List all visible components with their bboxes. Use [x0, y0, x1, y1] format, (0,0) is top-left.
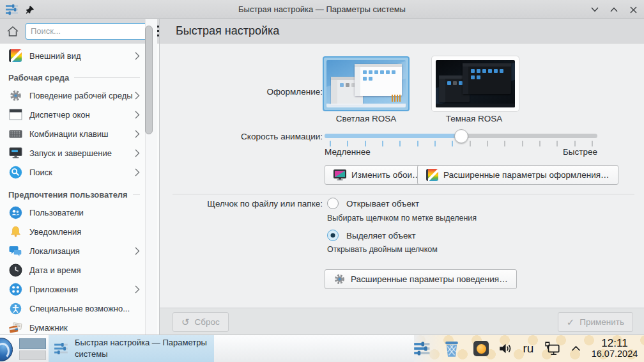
sidebar-item-date-time[interactable]: Дата и время — [0, 260, 159, 279]
content-header: Быстрая настройка — [160, 19, 644, 43]
sidebar-item-users[interactable]: Пользователи — [0, 203, 159, 222]
theme-name-light: Светлая ROSA — [321, 114, 411, 123]
app-sliders-icon — [5, 4, 19, 15]
sidebar-item-label: Диспетчер окон — [29, 110, 90, 120]
appearance-icon — [8, 49, 22, 63]
apply-button[interactable]: ✓ Применить — [558, 312, 633, 332]
clock-date: 16.07.2024 — [592, 349, 638, 359]
sidebar-item-notifications[interactable]: Уведомления — [0, 222, 159, 241]
theme-preview-light — [326, 60, 406, 107]
sidebar-item-label: Бумажник — [29, 323, 68, 333]
accessibility-icon — [8, 301, 22, 315]
theme-card[interactable] — [323, 56, 410, 111]
sidebar-item-workspace-behavior[interactable]: Поведение рабочей среды — [0, 86, 159, 105]
animation-slider[interactable] — [325, 134, 597, 138]
sidebar-item-localization[interactable]: Локализация — [0, 241, 159, 260]
sidebar-item-label: Локализация — [29, 246, 80, 256]
sidebar-item-startup-shutdown[interactable]: Запуск и завершение — [0, 143, 159, 162]
sidebar-item-label: Специальные возможно... — [29, 304, 130, 313]
sidebar-item-label: Дата и время — [29, 265, 81, 275]
sidebar-item-search[interactable]: Поиск — [0, 162, 159, 182]
trash-icon[interactable] — [436, 339, 468, 358]
titlebar: Быстрая настройка — Параметры системы — [0, 0, 644, 19]
virtual-desktop-pager[interactable] — [19, 338, 46, 360]
sidebar-section-workspace: Рабочая среда — [0, 69, 159, 86]
chevron-right-icon — [135, 52, 140, 60]
session-light-icon[interactable] — [468, 341, 494, 356]
sidebar-item-label: Внешний вид — [29, 51, 81, 61]
sidebar-item-label: Уведомления — [29, 227, 81, 237]
app-launcher-button[interactable] — [0, 338, 13, 361]
sidebar-list: Внешний вид Рабочая среда Поведение ра — [0, 43, 159, 334]
change-wallpaper-label: Изменить обои… — [351, 170, 420, 180]
radio-button[interactable] — [327, 198, 339, 209]
clock-time: 12:11 — [601, 338, 627, 349]
page-title: Быстрая настройка — [176, 24, 279, 38]
radio-option-open[interactable]: Открывает объект — [327, 198, 419, 209]
close-button[interactable] — [629, 5, 638, 14]
sidebar-scrollbar-thumb[interactable] — [145, 26, 153, 134]
check-icon: ✓ — [567, 317, 575, 327]
theme-name-dark: Темная ROSA — [429, 114, 519, 123]
expand-tray-icon[interactable] — [565, 345, 586, 352]
screen: Быстрая настройка — Параметры системы — [0, 0, 644, 362]
advanced-behavior-button[interactable]: Расширенные параметры поведения… — [325, 269, 517, 289]
sidebar-item-accessibility[interactable]: Специальные возможно... — [0, 299, 159, 318]
search-icon — [8, 165, 22, 179]
chevron-right-icon — [135, 111, 140, 119]
advanced-appearance-label: Расширенные параметры оформления… — [443, 170, 610, 180]
network-icon[interactable] — [540, 341, 565, 356]
theme-card[interactable] — [432, 56, 519, 111]
system-tray: ru 12:11 16.07.2024 z — [409, 335, 644, 362]
sidebar-item-label: Поиск — [29, 168, 52, 177]
keyboard-icon — [8, 127, 22, 141]
home-button[interactable] — [4, 22, 22, 40]
minimize-button[interactable] — [590, 5, 599, 14]
content-body: Оформление: — [160, 43, 644, 308]
slider-ticks — [330, 141, 592, 146]
radio-button[interactable] — [327, 230, 339, 241]
window-title: Быстрая настройка — Параметры системы — [0, 4, 644, 14]
desktop-2[interactable] — [19, 350, 46, 360]
slider-fast-label: Быстрее — [325, 147, 597, 157]
click-behavior-label: Щелчок по файлу или папке: — [160, 199, 323, 209]
chevron-right-icon — [135, 285, 140, 294]
change-wallpaper-button[interactable]: Изменить обои… — [325, 165, 429, 185]
tray-settings-icon[interactable] — [409, 341, 436, 356]
radio-option-description: Выбирать щелчком по метке выделения — [327, 214, 477, 223]
clock-icon — [8, 263, 22, 277]
maximize-button[interactable] — [610, 5, 618, 14]
sidebar-item-window-manager[interactable]: Диспетчер окон — [0, 105, 159, 124]
chevron-right-icon — [135, 168, 140, 177]
chat-bubbles-icon — [8, 244, 22, 258]
apps-icon — [8, 282, 22, 296]
sidebar-item-shortcuts[interactable]: Комбинации клавиш — [0, 124, 159, 143]
theme-preview-dark — [436, 60, 515, 107]
sidebar-scrollbar-track[interactable] — [145, 19, 157, 334]
slider-fill — [325, 134, 461, 138]
sidebar-item-wallet[interactable]: Бумажник — [0, 318, 159, 334]
advanced-appearance-button[interactable]: Расширенные параметры оформления… — [417, 165, 618, 185]
animation-speed-label: Скорость анимации: — [160, 132, 323, 141]
sidebar-item-label: Пользователи — [29, 208, 84, 217]
apply-label: Применить — [579, 317, 624, 327]
volume-icon[interactable] — [494, 342, 516, 356]
wallet-icon — [8, 320, 22, 334]
radio-option-select[interactable]: Выделяет объект — [327, 230, 416, 241]
chevron-right-icon — [135, 91, 140, 100]
users-icon — [8, 205, 22, 219]
appearance-icon — [426, 169, 438, 181]
reset-button[interactable]: ↺ Сброс — [172, 312, 229, 332]
taskbar: Быстрая настройка — Параметры системы — [0, 334, 644, 362]
pin-icon[interactable] — [26, 5, 34, 14]
search-input[interactable] — [26, 23, 148, 40]
sidebar-item-applications[interactable]: Приложения — [0, 279, 159, 299]
task-title: Быстрая настройка — Параметры системы — [75, 337, 209, 359]
clock-widget[interactable]: 12:11 16.07.2024 — [586, 338, 643, 359]
sidebar-item-appearance[interactable]: Внешний вид — [0, 46, 159, 65]
taskbar-task-settings[interactable]: Быстрая настройка — Параметры системы — [49, 335, 214, 362]
desktop-1[interactable] — [19, 338, 46, 349]
keyboard-layout-indicator[interactable]: ru — [516, 342, 540, 356]
appearance-label: Оформление: — [160, 87, 323, 97]
sidebar-item-label: Приложения — [29, 285, 78, 294]
